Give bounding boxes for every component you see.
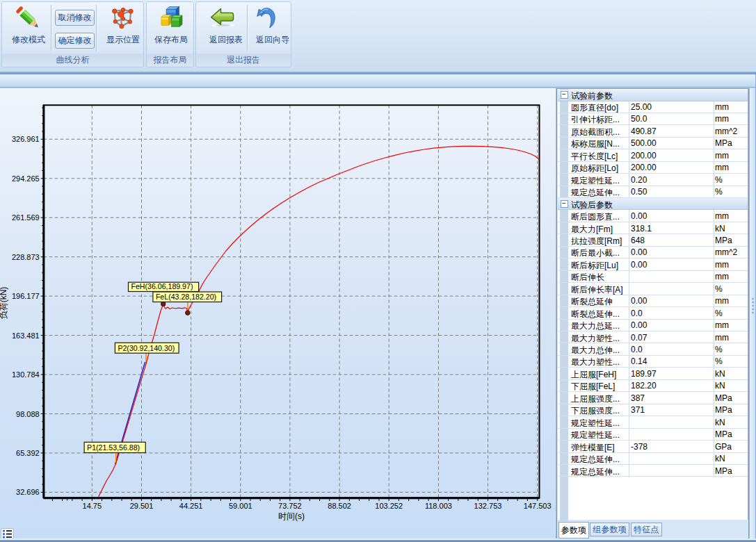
svg-text:88.502: 88.502 [328, 502, 351, 510]
svg-text:294.265: 294.265 [12, 174, 40, 183]
svg-text:32.696: 32.696 [16, 488, 40, 496]
svg-text:130.784: 130.784 [12, 370, 40, 379]
svg-text:228.873: 228.873 [12, 253, 40, 261]
svg-text:196.177: 196.177 [12, 292, 40, 300]
svg-text:103.252: 103.252 [375, 502, 403, 510]
svg-text:132.753: 132.753 [474, 502, 502, 510]
svg-text:261.569: 261.569 [12, 213, 40, 222]
svg-text:P2(30.92,140.30): P2(30.92,140.30) [118, 344, 175, 352]
svg-text:44.251: 44.251 [179, 502, 203, 510]
svg-text:98.088: 98.088 [16, 410, 40, 418]
svg-text:59.001: 59.001 [229, 502, 252, 510]
svg-text:147.503: 147.503 [524, 502, 552, 510]
svg-text:29.501: 29.501 [130, 502, 154, 510]
svg-text:65.392: 65.392 [16, 449, 40, 457]
svg-text:118.003: 118.003 [425, 502, 452, 510]
svg-text:73.752: 73.752 [278, 502, 302, 510]
svg-text:14.75: 14.75 [83, 502, 102, 510]
svg-text:FeH(36.06,189.97): FeH(36.06,189.97) [131, 282, 193, 290]
svg-text:时间(s): 时间(s) [278, 511, 305, 521]
svg-text:326.961: 326.961 [12, 135, 40, 143]
svg-text:163.481: 163.481 [12, 331, 40, 340]
svg-text:FeL(43.28,182.20): FeL(43.28,182.20) [156, 293, 216, 301]
svg-text:负荷(kN): 负荷(kN) [0, 287, 8, 320]
svg-text:P1(21.53,56.88): P1(21.53,56.88) [87, 443, 140, 452]
